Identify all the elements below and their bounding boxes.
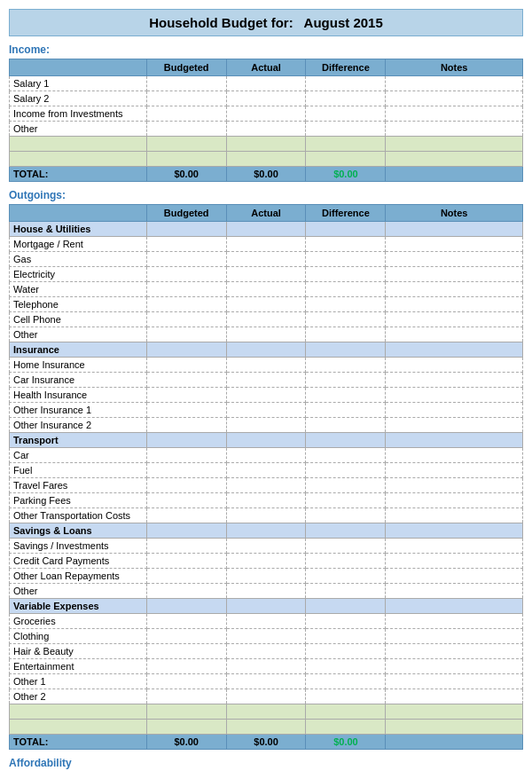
outgoings-row-budgeted[interactable] [146, 297, 226, 312]
outgoings-row-budgeted[interactable] [146, 327, 226, 342]
outgoings-row-notes[interactable] [386, 327, 523, 342]
outgoings-row-actual[interactable] [226, 644, 306, 659]
outgoings-row-actual[interactable] [226, 493, 306, 508]
outgoings-row-budgeted[interactable] [146, 478, 226, 493]
outgoings-row-budgeted[interactable] [146, 373, 226, 388]
outgoings-row-actual[interactable] [226, 403, 306, 418]
outgoings-row-actual[interactable] [226, 358, 306, 373]
outgoings-row-notes[interactable] [386, 282, 523, 297]
outgoings-row-notes[interactable] [386, 689, 523, 704]
outgoings-row-notes[interactable] [386, 252, 523, 267]
outgoings-row-budgeted[interactable] [146, 448, 226, 463]
outgoings-row-notes[interactable] [386, 478, 523, 493]
outgoings-row-notes[interactable] [386, 629, 523, 644]
outgoings-row-budgeted[interactable] [146, 674, 226, 689]
outgoings-row-notes[interactable] [386, 644, 523, 659]
outgoings-row-notes[interactable] [386, 373, 523, 388]
outgoings-row-label: Home Insurance [10, 358, 147, 373]
outgoings-row-actual[interactable] [226, 252, 306, 267]
outgoings-row-actual[interactable] [226, 554, 306, 569]
outgoings-row-actual[interactable] [226, 478, 306, 493]
outgoings-row-budgeted[interactable] [146, 584, 226, 599]
outgoings-row-notes[interactable] [386, 448, 523, 463]
outgoings-row-budgeted[interactable] [146, 629, 226, 644]
outgoings-row-actual[interactable] [226, 297, 306, 312]
outgoings-row-notes[interactable] [386, 539, 523, 554]
outgoings-row-budgeted[interactable] [146, 493, 226, 508]
outgoings-row-actual[interactable] [226, 539, 306, 554]
outgoings-row-notes[interactable] [386, 312, 523, 327]
outgoings-row-notes[interactable] [386, 569, 523, 584]
outgoings-row-actual[interactable] [226, 659, 306, 674]
outgoings-row-budgeted[interactable] [146, 237, 226, 252]
outgoings-row-notes[interactable] [386, 267, 523, 282]
outgoings-row-actual[interactable] [226, 674, 306, 689]
outgoings-row-notes[interactable] [386, 584, 523, 599]
outgoings-row-budgeted[interactable] [146, 644, 226, 659]
outgoings-row-notes[interactable] [386, 508, 523, 523]
outgoings-row-budgeted[interactable] [146, 282, 226, 297]
outgoings-row-notes[interactable] [386, 554, 523, 569]
outgoings-row-budgeted[interactable] [146, 403, 226, 418]
outgoings-row-notes[interactable] [386, 237, 523, 252]
outgoings-row-budgeted[interactable] [146, 539, 226, 554]
outgoings-row-actual[interactable] [226, 629, 306, 644]
outgoings-row-actual[interactable] [226, 569, 306, 584]
outgoings-row-label: Entertainment [10, 659, 147, 674]
income-row-actual[interactable] [226, 76, 306, 91]
income-row-budgeted[interactable] [146, 122, 226, 137]
outgoings-row-notes[interactable] [386, 463, 523, 478]
outgoings-row-budgeted[interactable] [146, 418, 226, 433]
outgoings-row-actual[interactable] [226, 388, 306, 403]
outgoings-total-diff: $0.00 [306, 735, 386, 750]
outgoings-row-budgeted[interactable] [146, 554, 226, 569]
outgoings-row-actual[interactable] [226, 463, 306, 478]
income-row-notes[interactable] [386, 91, 523, 106]
outgoings-row-actual[interactable] [226, 614, 306, 629]
outgoings-row-actual[interactable] [226, 373, 306, 388]
outgoings-row-actual[interactable] [226, 584, 306, 599]
outgoings-total-actual: $0.00 [226, 735, 306, 750]
income-row-actual[interactable] [226, 122, 306, 137]
outgoings-row-budgeted[interactable] [146, 267, 226, 282]
outgoings-row-notes[interactable] [386, 614, 523, 629]
outgoings-row-notes[interactable] [386, 388, 523, 403]
income-row-notes[interactable] [386, 106, 523, 122]
outgoings-row-budgeted[interactable] [146, 463, 226, 478]
outgoings-row-budgeted[interactable] [146, 388, 226, 403]
outgoings-row-notes[interactable] [386, 493, 523, 508]
income-row-actual[interactable] [226, 106, 306, 122]
outgoings-row-actual[interactable] [226, 327, 306, 342]
outgoings-row-notes[interactable] [386, 659, 523, 674]
outgoings-row-notes[interactable] [386, 358, 523, 373]
outgoings-row-budgeted[interactable] [146, 569, 226, 584]
income-row-budgeted[interactable] [146, 106, 226, 122]
outgoings-row-budgeted[interactable] [146, 614, 226, 629]
outgoings-row-budgeted[interactable] [146, 358, 226, 373]
outgoings-row: Water [10, 282, 523, 297]
income-row-notes[interactable] [386, 122, 523, 137]
outgoings-row: Clothing [10, 629, 523, 644]
outgoings-row-notes[interactable] [386, 297, 523, 312]
outgoings-row-actual[interactable] [226, 418, 306, 433]
outgoings-row-budgeted[interactable] [146, 659, 226, 674]
outgoings-row-budgeted[interactable] [146, 252, 226, 267]
outgoings-row-actual[interactable] [226, 237, 306, 252]
outgoings-row-budgeted[interactable] [146, 508, 226, 523]
outgoings-row-actual[interactable] [226, 508, 306, 523]
income-row-budgeted[interactable] [146, 76, 226, 91]
outgoings-row-notes[interactable] [386, 418, 523, 433]
outgoings-row-notes[interactable] [386, 403, 523, 418]
outgoings-row-actual[interactable] [226, 267, 306, 282]
outgoings-row-actual[interactable] [226, 282, 306, 297]
outgoings-row-notes[interactable] [386, 674, 523, 689]
outgoings-row-budgeted[interactable] [146, 312, 226, 327]
outgoings-row-actual[interactable] [226, 312, 306, 327]
income-row-actual[interactable] [226, 91, 306, 106]
income-row-budgeted[interactable] [146, 91, 226, 106]
outgoings-row-diff [306, 388, 386, 403]
outgoings-row-budgeted[interactable] [146, 689, 226, 704]
outgoings-row-actual[interactable] [226, 689, 306, 704]
outgoings-row-actual[interactable] [226, 448, 306, 463]
income-row-notes[interactable] [386, 76, 523, 91]
